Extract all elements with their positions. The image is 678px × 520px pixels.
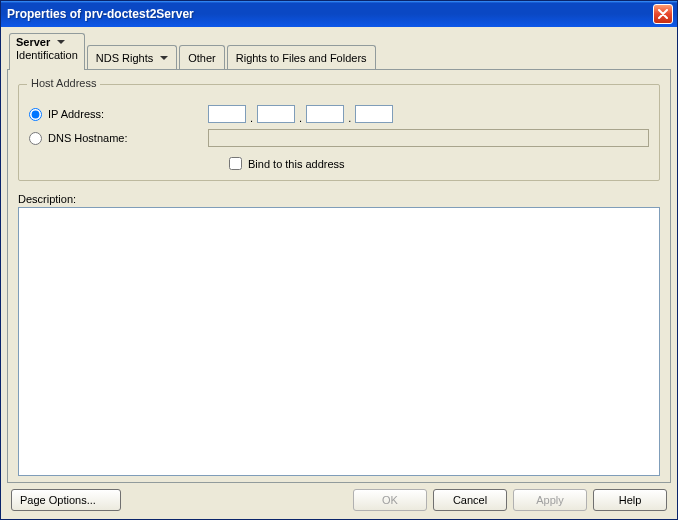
- apply-button[interactable]: Apply: [513, 489, 587, 511]
- help-button[interactable]: Help: [593, 489, 667, 511]
- dns-hostname-label: DNS Hostname:: [48, 132, 208, 144]
- description-textarea[interactable]: [18, 207, 660, 476]
- host-address-group: Host Address IP Address: . . .: [18, 84, 660, 181]
- ip-octet-2[interactable]: [257, 105, 295, 123]
- ok-button[interactable]: OK: [353, 489, 427, 511]
- ip-dot: .: [346, 112, 353, 124]
- tab-nds-rights[interactable]: NDS Rights: [87, 45, 177, 70]
- close-button[interactable]: [653, 4, 673, 24]
- window: Properties of prv-doctest2Server Server …: [0, 0, 678, 520]
- tab-server[interactable]: Server Identification: [9, 33, 85, 70]
- bottom-button-bar: Page Options... OK Cancel Apply Help: [7, 483, 671, 515]
- dns-hostname-input[interactable]: [208, 129, 649, 147]
- dns-hostname-row: DNS Hostname:: [29, 127, 649, 149]
- chevron-down-icon: [57, 40, 65, 44]
- ip-address-inputs: . . .: [208, 105, 393, 123]
- ip-dot: .: [248, 112, 255, 124]
- chevron-down-icon: [160, 56, 168, 60]
- ip-octet-3[interactable]: [306, 105, 344, 123]
- tab-server-sub: Identification: [16, 49, 78, 61]
- tab-nds-label: NDS Rights: [96, 52, 153, 64]
- tab-server-label: Server: [16, 36, 50, 48]
- bind-address-row: Bind to this address: [229, 157, 649, 170]
- window-title: Properties of prv-doctest2Server: [7, 7, 653, 21]
- ip-address-radio[interactable]: [29, 108, 42, 121]
- tab-page-server-identification: Host Address IP Address: . . .: [7, 69, 671, 483]
- tab-rff-label: Rights to Files and Folders: [236, 52, 367, 64]
- cancel-button[interactable]: Cancel: [433, 489, 507, 511]
- description-label: Description:: [18, 193, 660, 205]
- tab-other-label: Other: [188, 52, 216, 64]
- host-address-legend: Host Address: [27, 77, 100, 89]
- ip-octet-4[interactable]: [355, 105, 393, 123]
- page-options-button[interactable]: Page Options...: [11, 489, 121, 511]
- tab-other[interactable]: Other: [179, 45, 225, 70]
- ip-address-label: IP Address:: [48, 108, 208, 120]
- ip-octet-1[interactable]: [208, 105, 246, 123]
- client-area: Server Identification NDS Rights Other R…: [1, 27, 677, 519]
- dns-hostname-radio[interactable]: [29, 132, 42, 145]
- ip-dot: .: [297, 112, 304, 124]
- tab-rights-files-folders[interactable]: Rights to Files and Folders: [227, 45, 376, 70]
- bind-address-checkbox[interactable]: [229, 157, 242, 170]
- close-icon: [658, 9, 668, 19]
- ip-address-row: IP Address: . . .: [29, 103, 649, 125]
- titlebar: Properties of prv-doctest2Server: [1, 1, 677, 27]
- tabs-row: Server Identification NDS Rights Other R…: [9, 33, 671, 69]
- bind-address-label: Bind to this address: [248, 158, 345, 170]
